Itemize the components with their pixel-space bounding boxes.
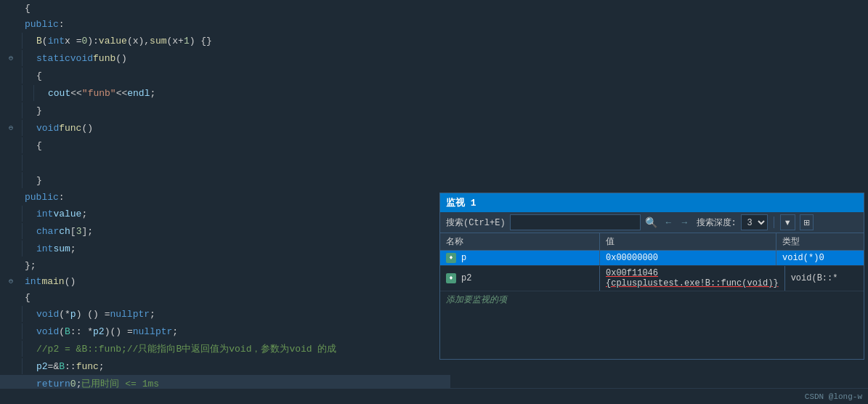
line-gutter-17: ⊖ <box>0 277 22 286</box>
forward-arrow-btn[interactable]: → <box>678 216 692 229</box>
code-content-22: p2 =&B::func; <box>33 361 450 372</box>
code-content-13: int value; <box>33 209 450 219</box>
watch-depth-label: 搜索深度: <box>697 217 737 229</box>
code-line-5: { <box>0 67 450 84</box>
watch-cell-value-p2: 0x00f11046 {cplusplustest.exe!B::func(vo… <box>600 266 785 291</box>
code-line-13: int value; <box>0 205 450 222</box>
watch-row-p2[interactable]: ♦ p2 0x00f11046 {cplusplustest.exe!B::fu… <box>440 266 864 291</box>
code-line-19: void(*p) () = nullptr; <box>0 305 450 323</box>
code-line-1: { <box>0 0 450 16</box>
code-content-2: public: <box>22 19 450 30</box>
watch-columns-btn[interactable]: ⊞ <box>800 214 814 230</box>
search-icon: 🔍 <box>645 217 657 229</box>
watch-add-row[interactable]: 添加要监视的项 <box>440 291 864 308</box>
nav-arrows: ← → <box>662 216 692 229</box>
code-line-16: }; <box>0 257 450 273</box>
code-content-16: }; <box>22 260 450 271</box>
watch-value-p: 0x00000000 <box>606 253 658 263</box>
code-content-1: { <box>22 3 450 14</box>
back-arrow-btn[interactable]: ← <box>662 216 676 229</box>
code-content-4: static void funb() <box>33 53 450 64</box>
status-text: CSDN @long-w <box>805 392 862 401</box>
watch-depth-select[interactable]: 3 1 2 4 5 <box>741 214 768 230</box>
code-content-3: B(int x =0):value(x), sum(x+1) {} <box>33 36 450 47</box>
code-line-15: int sum; <box>0 240 450 257</box>
code-content-7: } <box>33 105 450 116</box>
code-line-8: ⊖ void func() <box>0 119 450 137</box>
watch-col-name-header: 名称 <box>440 233 600 250</box>
watch-cell-value-p: 0x00000000 <box>600 251 776 265</box>
toolbar-sep-1 <box>774 217 774 228</box>
pointer-icon-p2: ♦ <box>446 273 456 283</box>
code-content-14: char ch[3]; <box>33 226 450 237</box>
watch-col-value-header: 值 <box>600 233 776 250</box>
code-content-8: void func() <box>33 123 450 134</box>
watch-filter-btn[interactable]: ▼ <box>780 214 795 230</box>
code-content-11: } <box>33 175 450 186</box>
watch-table: 名称 值 类型 ♦ p 0x00000000 void(*)0 ♦ p2 <box>440 233 864 359</box>
code-line-22: p2 =&B::func; <box>0 357 450 375</box>
line-gutter-4: ⊖ <box>0 54 22 62</box>
watch-value-p2: 0x00f11046 {cplusplustest.exe!B::func(vo… <box>606 268 779 288</box>
code-line-14: char ch[3]; <box>0 222 450 240</box>
watch-cell-name-p2: ♦ p2 <box>440 266 600 291</box>
watch-name-p: p <box>461 253 466 263</box>
watch-cell-type-p: void(*)0 <box>776 251 864 265</box>
code-line-17: ⊖ int main() <box>0 273 450 289</box>
code-content-5: { <box>33 70 450 81</box>
code-content-17: int main() <box>22 276 450 287</box>
collapse-btn-17[interactable]: ⊖ <box>7 277 15 286</box>
code-line-4: ⊖ static void funb() <box>0 49 450 67</box>
watch-window: 监视 1 搜索(Ctrl+E) 🔍 ← → 搜索深度: 3 1 2 4 5 ▼ … <box>439 193 864 360</box>
status-bar: CSDN @long-w <box>0 388 868 404</box>
watch-table-header: 名称 值 类型 <box>440 233 864 251</box>
code-line-11: } <box>0 171 450 189</box>
watch-name-p2: p2 <box>461 273 471 283</box>
code-line-7: } <box>0 102 450 119</box>
code-content-20: void(B:: *p2)() = nullptr; <box>33 326 450 337</box>
code-line-6: cout << "funb" << endl; <box>0 84 450 102</box>
line-gutter-8: ⊖ <box>0 124 22 132</box>
code-line-10 <box>0 154 450 171</box>
code-line-2: public: <box>0 16 450 32</box>
code-line-3: B(int x =0):value(x), sum(x+1) {} <box>0 32 450 49</box>
watch-type-p2: void(B::* <box>791 273 838 283</box>
watch-search-label: 搜索(Ctrl+E) <box>446 217 506 229</box>
pointer-icon-p: ♦ <box>446 253 456 263</box>
watch-title: 监视 1 <box>440 193 864 212</box>
watch-row-p[interactable]: ♦ p 0x00000000 void(*)0 <box>440 251 864 266</box>
code-editor: { public: B(int x =0):value(x), sum(x+1)… <box>0 0 450 404</box>
code-content-18: { <box>22 292 450 303</box>
watch-cell-name-p: ♦ p <box>440 251 600 265</box>
watch-col-type-header: 类型 <box>776 233 864 250</box>
code-line-9: { <box>0 137 450 154</box>
watch-cell-type-p2: void(B::* <box>785 266 864 291</box>
collapse-btn-4[interactable]: ⊖ <box>7 54 15 62</box>
code-line-18: { <box>0 289 450 305</box>
code-content-21: //p2 = &B::funb;//只能指向B中返回值为void，参数为void… <box>33 342 450 355</box>
code-content-12: public: <box>22 192 450 203</box>
code-content-19: void(*p) () = nullptr; <box>33 309 450 320</box>
code-content-9: { <box>33 140 450 151</box>
collapse-btn-8[interactable]: ⊖ <box>7 124 15 132</box>
code-content-15: int sum; <box>33 243 450 254</box>
code-line-21: //p2 = &B::funb;//只能指向B中返回值为void，参数为void… <box>0 340 450 357</box>
code-content-6: cout << "funb" << endl; <box>45 88 450 99</box>
code-line-20: void(B:: *p2)() = nullptr; <box>0 323 450 340</box>
code-line-12: public: <box>0 189 450 205</box>
watch-type-p: void(*)0 <box>782 253 824 263</box>
watch-toolbar: 搜索(Ctrl+E) 🔍 ← → 搜索深度: 3 1 2 4 5 ▼ ⊞ <box>440 212 864 233</box>
watch-search-input[interactable] <box>510 214 641 230</box>
